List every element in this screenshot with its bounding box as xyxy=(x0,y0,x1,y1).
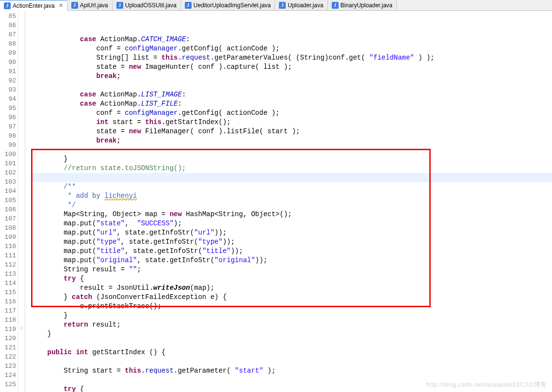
code-line[interactable] xyxy=(31,81,552,90)
code-line[interactable]: } catch (JsonConvertFailedException e) { xyxy=(31,293,552,302)
code-line[interactable]: state = new ImageHunter( conf ).capture(… xyxy=(31,63,552,72)
code-area[interactable]: case ActionMap.CATCH_IMAGE: conf = confi… xyxy=(31,11,552,392)
tab-label: UeditorUploadImgServlet.java xyxy=(194,2,271,9)
code-line[interactable]: try { xyxy=(31,274,552,283)
fold-column[interactable] xyxy=(25,11,31,392)
code-line[interactable]: Map<String, Object> map = new HashMap<St… xyxy=(31,210,552,219)
code-line[interactable]: String result = ""; xyxy=(31,265,552,274)
code-line[interactable] xyxy=(31,339,552,348)
tab-uploadossutil-java[interactable]: JUploadOSSUtil.java xyxy=(113,0,181,10)
code-line[interactable]: break; xyxy=(31,136,552,145)
tab-apiurl-java[interactable]: JApiUrl.java xyxy=(67,0,113,10)
java-file-icon: J xyxy=(71,2,78,9)
tab-label: Uploader.java xyxy=(288,2,323,9)
code-line[interactable]: } xyxy=(31,155,552,164)
java-file-icon: J xyxy=(116,2,123,9)
code-line[interactable]: break; xyxy=(31,72,552,81)
tab-binaryuploader-java[interactable]: JBinaryUploader.java xyxy=(328,0,397,10)
java-file-icon: J xyxy=(279,2,286,9)
tab-label: ApiUrl.java xyxy=(80,2,108,9)
code-line[interactable]: conf = configManager.getConfig( actionCo… xyxy=(31,109,552,118)
code-line[interactable]: } xyxy=(31,329,552,339)
code-line[interactable]: String start = this.request.getParameter… xyxy=(31,366,552,376)
line-gutter: 8586878889909192939495969798991001011021… xyxy=(0,11,18,392)
close-icon[interactable]: ✕ xyxy=(59,2,63,9)
code-line[interactable]: //return state.toJSONString(); xyxy=(31,164,552,173)
code-line[interactable]: map.put("title", state.getInfoStr("title… xyxy=(31,247,552,256)
code-line[interactable]: /** xyxy=(31,182,552,191)
tab-actionenter-java[interactable]: JActionEnter.java✕ xyxy=(0,0,67,11)
code-line[interactable]: String[] list = this.request.getParamete… xyxy=(31,53,552,63)
code-line[interactable]: e.printStackTrace(); xyxy=(31,302,552,311)
tab-ueditoruploadimgservlet-java[interactable]: JUeditorUploadImgServlet.java xyxy=(181,0,275,10)
code-line[interactable]: case ActionMap.CATCH_IMAGE: xyxy=(31,35,552,44)
code-line[interactable]: map.put("type", state.getInfoStr("type")… xyxy=(31,237,552,247)
tab-label: UploadOSSUtil.java xyxy=(125,2,177,9)
java-file-icon: J xyxy=(185,2,192,9)
code-line[interactable]: result = JsonUtil.writeJson(map); xyxy=(31,283,552,293)
marker-column[interactable]: ○ xyxy=(18,11,25,392)
code-line[interactable]: public int getStartIndex () { xyxy=(31,348,552,357)
code-line[interactable]: case ActionMap.LIST_FILE: xyxy=(31,99,552,109)
code-line[interactable]: case ActionMap.LIST_IMAGE: xyxy=(31,90,552,99)
watermark-text: http://blog.csdn.net/assassin51CTO博客 xyxy=(426,380,547,389)
java-file-icon: J xyxy=(4,2,11,9)
code-line[interactable] xyxy=(31,357,552,366)
code-line[interactable]: } xyxy=(31,311,552,320)
tab-uploader-java[interactable]: JUploader.java xyxy=(275,0,327,10)
tab-label: ActionEnter.java xyxy=(13,2,55,9)
tab-label: BinaryUploader.java xyxy=(341,2,392,9)
code-line[interactable]: state = new FileManager( conf ).listFile… xyxy=(31,127,552,136)
code-line[interactable] xyxy=(31,145,552,155)
code-editor[interactable]: 8586878889909192939495969798991001011021… xyxy=(0,11,552,392)
code-line[interactable]: conf = configManager.getConfig( actionCo… xyxy=(31,44,552,53)
code-line[interactable]: map.put("url", state.getInfoStr("url")); xyxy=(31,228,552,237)
code-line[interactable]: int start = this.getStartIndex(); xyxy=(31,118,552,127)
code-line[interactable]: map.put("state", "SUCCESS"); xyxy=(31,219,552,228)
code-line[interactable] xyxy=(31,173,552,182)
code-line[interactable]: map.put("original", state.getInfoStr("or… xyxy=(31,256,552,265)
code-line[interactable]: */ xyxy=(31,201,552,210)
code-line[interactable]: return result; xyxy=(31,320,552,329)
code-line[interactable]: * add by lichenyi xyxy=(31,191,552,201)
editor-tabs: JActionEnter.java✕JApiUrl.javaJUploadOSS… xyxy=(0,0,552,11)
java-file-icon: J xyxy=(332,2,339,9)
